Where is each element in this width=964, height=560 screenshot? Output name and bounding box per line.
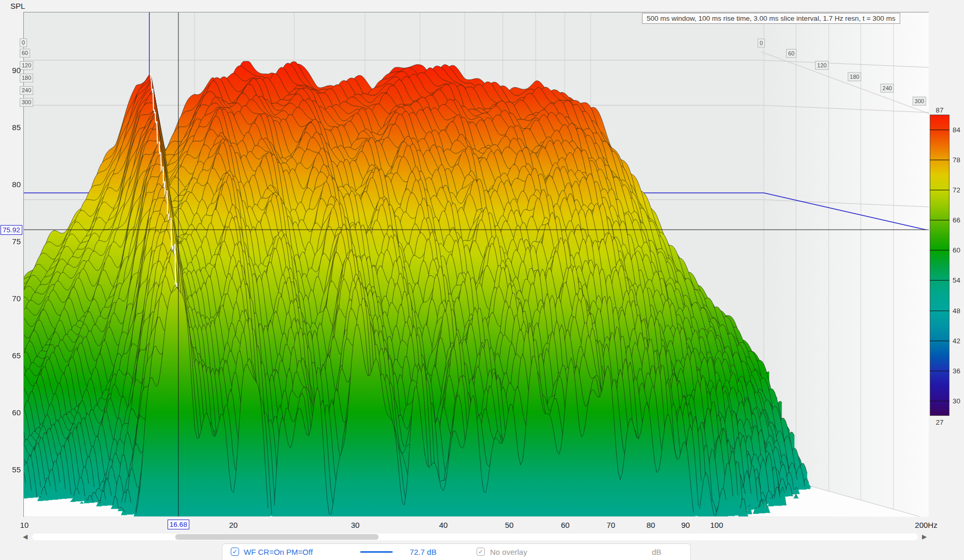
color-scale-tick-label: 72	[953, 186, 960, 194]
cursor-frequency-readout: 16.68	[167, 520, 189, 529]
color-scale-min-label: 27	[935, 418, 943, 426]
color-scale-tick-line	[930, 250, 949, 250]
color-scale-tick-label: 54	[953, 276, 960, 284]
time-slice-label-left: 180	[20, 74, 33, 82]
waterfall-canvas[interactable]	[24, 12, 929, 517]
color-scale-tick-line	[930, 311, 949, 311]
time-slice-label-left: 60	[20, 49, 30, 58]
time-slice-label-right: 180	[848, 73, 861, 81]
color-scale-max-label: 87	[935, 106, 943, 114]
overlay-unit-label: dB	[652, 548, 661, 556]
time-slice-label-left: 0	[20, 38, 27, 47]
wf-cursor-value: 72.7 dB	[410, 548, 437, 556]
legend-bar: ✓ WF CR=On PM=Off 72.7 dB ✓ No overlay d…	[222, 543, 691, 560]
frequency-axis-label: 90	[681, 521, 690, 529]
color-scale-tick-line	[930, 130, 949, 130]
color-scale-tick-line	[930, 220, 949, 220]
cursor-spl-readout: 75.92	[1, 225, 22, 235]
color-scale-tick-label: 60	[953, 246, 960, 254]
window-settings-readout: 500 ms window, 100 ms rise time, 3.00 ms…	[642, 13, 900, 24]
wf-trace-label[interactable]: WF CR=On PM=Off	[244, 548, 313, 556]
time-slice-label-right: 60	[786, 49, 797, 58]
waterfall-app: SPL 500 ms window, 100 ms rise time, 3.0…	[0, 0, 964, 560]
color-scale-tick-label: 66	[953, 216, 960, 224]
scrollbar-right-arrow-icon[interactable]: ▶	[922, 533, 927, 541]
wf-trace-line-sample	[360, 551, 393, 553]
spl-axis-label: 85	[12, 123, 21, 132]
spl-axis-label: 70	[12, 294, 21, 303]
color-scale-tick-label: 30	[953, 397, 960, 405]
color-scale-tick-label: 48	[953, 307, 960, 315]
overlay-checkbox[interactable]: ✓	[477, 548, 485, 556]
overlay-label[interactable]: No overlay	[490, 548, 527, 556]
time-slice-label-right: 240	[881, 84, 894, 93]
time-slice-label-left: 120	[20, 61, 33, 70]
frequency-axis-label: 70	[607, 521, 616, 529]
color-scale-tick-line	[930, 371, 949, 371]
spl-axis-label: 90	[12, 66, 21, 75]
color-scale-tick-label: 42	[953, 337, 960, 345]
scrollbar-track[interactable]	[32, 534, 918, 540]
frequency-axis-label: 100	[710, 521, 723, 529]
color-scale-tick-label: 36	[953, 367, 960, 375]
color-scale-tick-label: 84	[953, 126, 960, 134]
color-scale-tick-line	[930, 401, 949, 401]
scrollbar-left-arrow-icon[interactable]: ◀	[23, 533, 27, 541]
time-slice-label-right: 120	[815, 61, 829, 70]
frequency-axis-label: 50	[505, 521, 514, 529]
frequency-axis-label: 60	[561, 521, 570, 529]
spl-axis-title: SPL	[10, 2, 25, 10]
frequency-axis-label: 10	[20, 521, 29, 529]
frequency-axis-label: 200Hz	[915, 521, 937, 529]
time-slice-label-left: 240	[20, 86, 33, 95]
frequency-axis-label: 80	[647, 521, 655, 529]
waterfall-plot-area[interactable]	[23, 12, 929, 517]
color-scale-tick-line	[930, 280, 949, 281]
spl-axis-label: 55	[12, 465, 21, 474]
wf-trace-checkbox[interactable]: ✓	[231, 548, 239, 556]
frequency-axis-label: 40	[439, 521, 448, 529]
color-scale-tick-line	[930, 160, 949, 160]
spl-axis-label: 75	[12, 237, 21, 246]
color-scale-tick-label: 78	[953, 156, 960, 164]
scrollbar-thumb[interactable]	[175, 534, 379, 540]
spl-axis-label: 60	[12, 408, 21, 417]
color-scale-tick-line	[930, 190, 949, 190]
time-slice-label-right: 0	[758, 39, 765, 48]
frequency-axis-label: 30	[351, 521, 360, 529]
frequency-axis-label: 20	[229, 521, 238, 529]
spl-axis-label: 65	[12, 351, 21, 360]
spl-axis-label: 80	[12, 180, 21, 189]
time-slice-label-right: 300	[913, 97, 926, 106]
time-slice-label-left: 300	[20, 98, 33, 107]
color-scale-tick-line	[930, 341, 949, 341]
